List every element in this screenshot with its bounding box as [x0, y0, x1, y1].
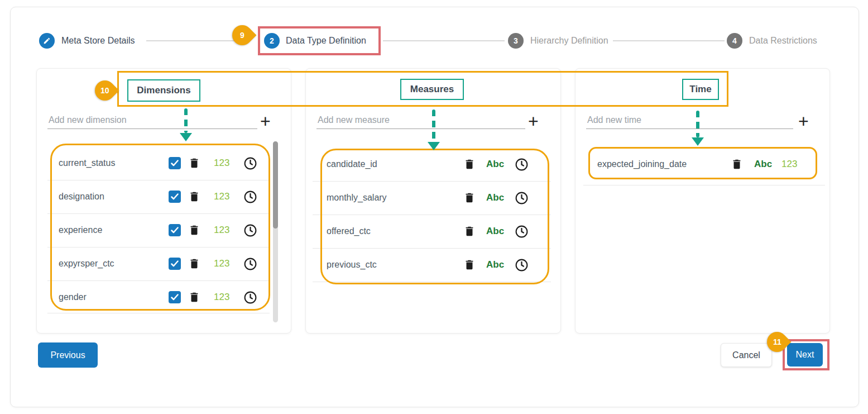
dimension-checkbox[interactable] [169, 157, 181, 169]
dimension-checkbox[interactable] [169, 291, 181, 303]
step-3-label[interactable]: Hierarchy Definition [530, 36, 608, 46]
step-2-label[interactable]: Data Type Definition [286, 36, 366, 46]
trash-icon[interactable] [188, 191, 200, 203]
measure-row: previous_ctc Abc [327, 248, 532, 282]
check-icon [171, 160, 179, 166]
dimension-row: current_status 123 [59, 146, 257, 180]
check-icon [171, 227, 179, 234]
clock-icon[interactable] [515, 158, 529, 172]
add-time-input[interactable] [586, 112, 793, 129]
step-4-number: 4 [732, 36, 737, 45]
clock-icon[interactable] [243, 291, 257, 304]
previous-button[interactable]: Previous [38, 342, 98, 368]
row-divider [313, 282, 551, 282]
clock-icon[interactable] [243, 257, 257, 271]
step-2-number: 2 [270, 36, 274, 45]
step-1-circle[interactable] [39, 33, 55, 49]
step-4-circle[interactable]: 4 [727, 33, 742, 49]
measure-row: candidate_id Abc [327, 147, 532, 181]
dimension-row: gender 123 [59, 280, 257, 314]
clock-icon[interactable] [515, 225, 529, 239]
check-icon [171, 294, 179, 301]
numeric-type-label[interactable]: 123 [214, 258, 237, 269]
add-dimension-button[interactable]: + [260, 113, 271, 130]
next-button[interactable]: Next [787, 343, 823, 367]
step-connector [383, 40, 505, 41]
dimension-name: experience [59, 225, 169, 235]
dimension-name: gender [59, 292, 169, 302]
dimension-row: experience 123 [59, 213, 257, 247]
clock-icon[interactable] [243, 156, 257, 170]
step-3-circle[interactable]: 3 [508, 33, 524, 49]
row-divider [583, 185, 825, 185]
trash-icon[interactable] [463, 158, 476, 170]
dimension-row: designation 123 [59, 180, 257, 213]
check-icon [171, 193, 179, 200]
trash-icon[interactable] [463, 225, 476, 237]
trash-icon[interactable] [463, 192, 476, 204]
dimension-checkbox[interactable] [169, 191, 181, 203]
trash-icon[interactable] [188, 224, 200, 236]
text-type-label[interactable]: Abc [754, 159, 774, 170]
text-type-label[interactable]: Abc [486, 192, 505, 203]
trash-icon[interactable] [188, 157, 200, 169]
add-time-button[interactable]: + [798, 113, 809, 130]
check-icon [171, 260, 179, 267]
text-type-label[interactable]: Abc [486, 159, 505, 170]
numeric-type-label[interactable]: 123 [214, 191, 237, 202]
clock-icon[interactable] [243, 190, 257, 204]
add-measure-button[interactable]: + [528, 113, 539, 130]
clock-icon[interactable] [515, 191, 529, 205]
dimensions-scrollbar-thumb[interactable] [273, 141, 278, 229]
dimension-checkbox[interactable] [169, 224, 181, 236]
time-row: expected_joining_date Abc 123 [597, 147, 804, 181]
measure-name: monthly_salary [327, 193, 463, 203]
dimension-row: expyrsper_ctc 123 [59, 247, 257, 280]
numeric-type-label[interactable]: 123 [214, 225, 237, 236]
add-measure-input[interactable] [316, 112, 525, 129]
numeric-type-label[interactable]: 123 [214, 292, 237, 303]
add-dimension-input[interactable] [47, 112, 257, 129]
measure-name: candidate_id [327, 159, 463, 169]
trash-icon[interactable] [188, 258, 200, 270]
dimension-name: current_status [59, 158, 169, 168]
measure-row: monthly_salary Abc [327, 181, 532, 215]
clock-icon[interactable] [515, 258, 529, 272]
page: Meta Store Details 2 Data Type Definitio… [0, 0, 868, 414]
time-panel [575, 68, 830, 334]
dimension-name: designation [59, 192, 169, 202]
time-title: Time [682, 79, 719, 100]
dimension-checkbox[interactable] [169, 258, 181, 270]
clock-icon[interactable] [243, 223, 257, 237]
trash-icon[interactable] [188, 291, 200, 303]
step-1-label[interactable]: Meta Store Details [61, 36, 135, 46]
text-type-label[interactable]: Abc [486, 226, 505, 237]
step-4-label[interactable]: Data Restrictions [749, 36, 817, 46]
trash-icon[interactable] [463, 259, 476, 271]
time-name: expected_joining_date [597, 159, 731, 169]
measure-name: offered_ctc [327, 226, 463, 236]
measure-row: offered_ctc Abc [327, 215, 532, 248]
dimensions-title: Dimensions [127, 79, 200, 102]
numeric-type-label[interactable]: 123 [781, 159, 804, 170]
edit-icon [43, 37, 51, 45]
numeric-type-label[interactable]: 123 [214, 158, 237, 169]
step-2-circle[interactable]: 2 [264, 33, 280, 49]
measure-name: previous_ctc [327, 260, 463, 270]
cancel-button[interactable]: Cancel [721, 343, 772, 367]
measures-title: Measures [400, 79, 464, 100]
step-connector [146, 40, 247, 41]
dimension-name: expyrsper_ctc [59, 259, 169, 269]
step-3-number: 3 [514, 36, 518, 45]
step-connector [613, 40, 725, 41]
text-type-label[interactable]: Abc [486, 259, 505, 270]
trash-icon[interactable] [731, 158, 743, 170]
